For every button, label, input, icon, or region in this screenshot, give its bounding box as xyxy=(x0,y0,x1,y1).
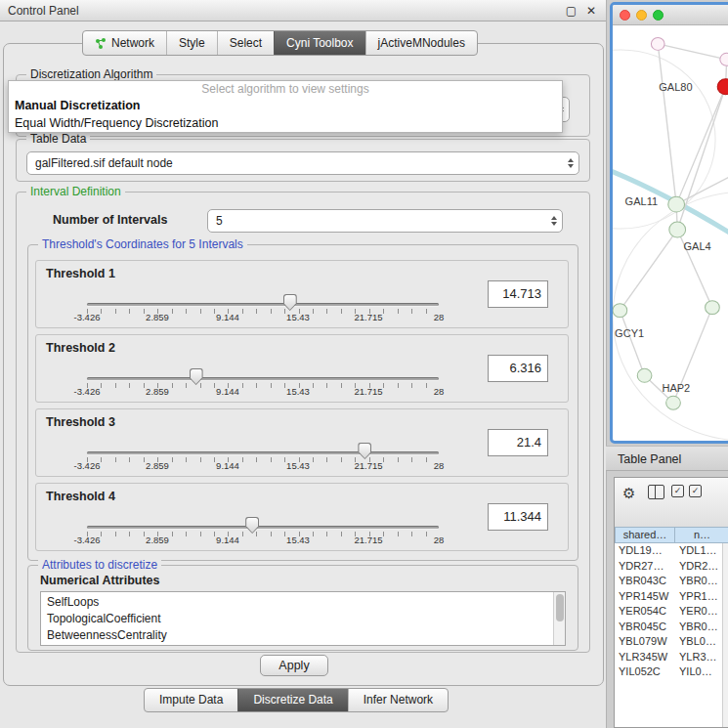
zoom-traffic-light-icon[interactable] xyxy=(653,10,664,21)
close-traffic-light-icon[interactable] xyxy=(620,10,630,21)
table-scrollbar[interactable] xyxy=(722,543,728,727)
table-cell[interactable]: YDR27… xyxy=(615,559,675,575)
spinner-stepper[interactable] xyxy=(551,210,557,232)
slider-thumb[interactable] xyxy=(358,443,371,459)
tab-discretize-data[interactable]: Discretize Data xyxy=(237,689,347,711)
threshold-label: Threshold 4 xyxy=(46,490,115,503)
tab-label: Select xyxy=(230,31,262,55)
minimize-traffic-light-icon[interactable] xyxy=(636,10,647,21)
column-header[interactable]: shared… xyxy=(615,527,675,543)
network-view-window[interactable]: GAL80 GAL11 GAL4 GCY1 HAP2 xyxy=(610,2,728,444)
combo-value: galFiltered.sif default node xyxy=(35,152,173,174)
slider-thumb[interactable] xyxy=(283,294,297,311)
dropdown-option-equal-width-frequency[interactable]: Equal Width/Frequency Discretization xyxy=(9,114,562,132)
tab-cyni-toolbox[interactable]: Cyni Toolbox xyxy=(274,31,364,55)
select-all-columns-checkbox-icon[interactable]: ✓ xyxy=(671,485,684,497)
table-row[interactable]: YIL052CYIL0… xyxy=(615,664,722,680)
tick-label: 9.144 xyxy=(198,386,257,397)
table-cell[interactable]: YLR3… xyxy=(675,650,722,665)
table-row[interactable]: YLR345WYLR3… xyxy=(615,650,722,665)
tab-label: Discretize Data xyxy=(253,689,332,711)
table-cell[interactable]: YDL19… xyxy=(615,543,675,559)
network-node[interactable] xyxy=(666,396,681,409)
network-node[interactable] xyxy=(637,368,652,382)
list-item[interactable]: TopologicalCoefficient xyxy=(41,611,553,627)
table-cell[interactable]: YPR1… xyxy=(675,589,722,605)
table-cell[interactable]: YDR2… xyxy=(675,559,722,575)
table-cell[interactable]: YBR0… xyxy=(675,574,722,589)
table-row[interactable]: YBR043CYBR0… xyxy=(615,574,722,589)
combo-stepper[interactable] xyxy=(568,152,574,174)
network-node[interactable] xyxy=(651,37,664,50)
numerical-attributes-label: Numerical Attributes xyxy=(40,574,159,587)
select-none-columns-checkbox-icon[interactable]: ✓ xyxy=(689,485,702,497)
tab-infer-network[interactable]: Infer Network xyxy=(348,689,448,711)
network-node[interactable] xyxy=(720,53,728,65)
slider-thumb[interactable] xyxy=(245,517,259,534)
tick-label: -3.426 xyxy=(58,460,116,471)
table-cell[interactable]: YBR0… xyxy=(675,620,722,635)
list-scrollbar[interactable] xyxy=(553,592,565,645)
attributes-list[interactable]: SelfLoopsTopologicalCoefficientBetweenne… xyxy=(40,591,566,646)
table-cell[interactable]: YPR145W xyxy=(615,589,675,605)
table-row[interactable]: YBL079WYBL0… xyxy=(615,634,722,650)
table-row[interactable]: YDR27…YDR2… xyxy=(615,559,722,575)
network-node[interactable] xyxy=(668,196,685,212)
close-icon[interactable]: ✕ xyxy=(586,0,596,21)
table-row[interactable]: YPR145WYPR1… xyxy=(615,589,722,605)
threshold-value-field[interactable]: 21.4 xyxy=(488,429,548,456)
table-cell[interactable]: YDL1… xyxy=(675,543,722,559)
table-cell[interactable]: YBR045C xyxy=(615,620,675,635)
dropdown-option-manual-discretization[interactable]: Manual Discretization xyxy=(9,97,562,114)
list-item[interactable]: BetweennessCentrality xyxy=(41,627,553,644)
control-panel: Control Panel ▢ ✕ Network Style Select C… xyxy=(0,0,607,728)
table-cell[interactable]: YBL0… xyxy=(675,634,722,650)
slider-track[interactable] xyxy=(87,451,439,454)
tab-jactivemnodules[interactable]: jActiveMNodules xyxy=(365,31,477,55)
tab-label: Style xyxy=(179,31,205,55)
slider-tick-labels: -3.4262.8599.14415.4321.71528 xyxy=(58,312,468,322)
network-node[interactable] xyxy=(669,222,686,237)
network-node[interactable] xyxy=(613,304,627,318)
column-header[interactable]: n… xyxy=(675,527,728,543)
tab-network[interactable]: Network xyxy=(83,31,166,55)
table-body: YDL19…YDL1…YDR27…YDR2…YBR043CYBR0…YPR145… xyxy=(615,543,722,727)
slider-track[interactable] xyxy=(87,377,439,380)
table-cell[interactable]: YBL079W xyxy=(615,634,675,650)
table-cell[interactable]: YER0… xyxy=(675,604,722,620)
tab-label: Cyni Toolbox xyxy=(286,31,353,55)
table-cell[interactable]: YLR345W xyxy=(615,650,675,665)
table-cell[interactable]: YBR043C xyxy=(615,574,675,589)
apply-button[interactable]: Apply xyxy=(260,655,328,676)
tick-label: -3.426 xyxy=(58,535,116,545)
slider-track[interactable] xyxy=(87,303,439,306)
table-cell[interactable]: YIL052C xyxy=(615,664,675,680)
tick-label: 28 xyxy=(409,535,468,545)
slider-thumb[interactable] xyxy=(190,368,203,385)
list-item[interactable]: SelfLoops xyxy=(41,594,553,611)
num-intervals-spinner[interactable]: 5 xyxy=(207,209,563,233)
threshold-value-field[interactable]: 6.316 xyxy=(488,355,548,382)
tab-impute-data[interactable]: Impute Data xyxy=(145,689,237,711)
table-cell[interactable]: YIL0… xyxy=(675,664,722,680)
threshold-value-field[interactable]: 14.713 xyxy=(488,280,548,308)
slider-track[interactable] xyxy=(87,526,439,529)
network-node-selected[interactable] xyxy=(717,79,728,95)
columns-icon[interactable] xyxy=(648,485,664,499)
table-data-combobox[interactable]: galFiltered.sif default node xyxy=(26,151,579,175)
table-panel-header: Table Panel xyxy=(606,446,728,471)
gear-icon[interactable]: ⚙ xyxy=(622,485,635,502)
table-row[interactable]: YBR045CYBR0… xyxy=(615,620,722,635)
network-node[interactable] xyxy=(706,301,720,315)
float-window-icon[interactable]: ▢ xyxy=(566,0,577,21)
tab-style[interactable]: Style xyxy=(166,31,217,55)
network-canvas[interactable]: GAL80 GAL11 GAL4 GCY1 HAP2 xyxy=(613,24,728,441)
table-row[interactable]: YDL19…YDL1… xyxy=(615,543,722,559)
threshold-value-field[interactable]: 11.344 xyxy=(488,503,548,531)
tab-label: jActiveMNodules xyxy=(378,31,465,55)
tick-label: 21.715 xyxy=(339,312,398,322)
tab-select[interactable]: Select xyxy=(217,31,274,55)
table-cell[interactable]: YER054C xyxy=(615,604,675,620)
table-row[interactable]: YER054CYER0… xyxy=(615,604,722,620)
network-icon xyxy=(95,37,107,49)
